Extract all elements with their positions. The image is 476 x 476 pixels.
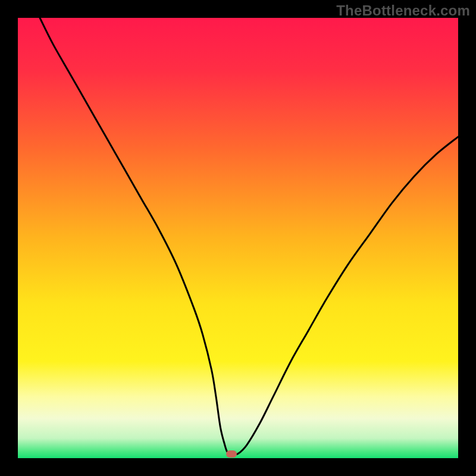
chart-frame: TheBottleneck.com [0, 0, 476, 476]
watermark-text: TheBottleneck.com [336, 2, 470, 19]
bottleneck-curve [40, 18, 458, 455]
optimum-marker [226, 450, 237, 458]
curve-layer [18, 18, 458, 458]
plot-area [18, 18, 458, 458]
